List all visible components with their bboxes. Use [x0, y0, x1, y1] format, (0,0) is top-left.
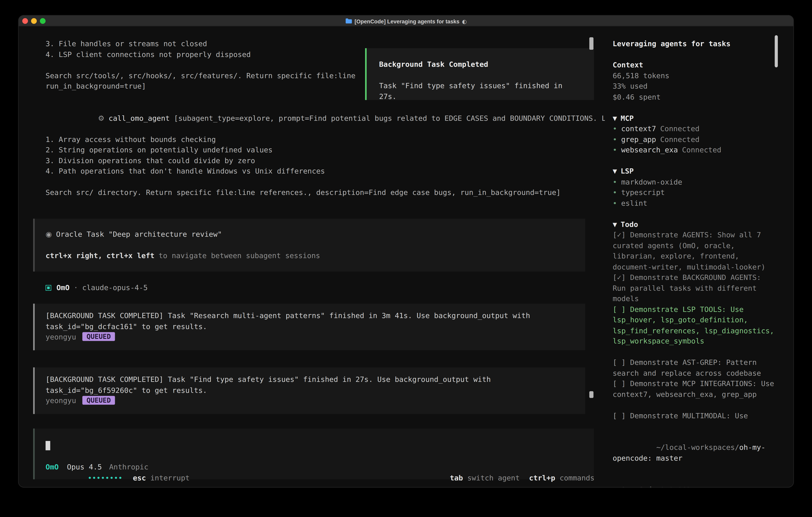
lsp-heading: LSP: [620, 167, 634, 175]
lsp-item: •markdown-oxide: [613, 176, 775, 187]
busy-indicator-icon: ◐: [462, 18, 467, 24]
terminal-window: [OpenCode] Leveraging agents for tasks ◐…: [19, 16, 793, 487]
tab-action-label: switch agent: [463, 473, 520, 482]
terminal-line: 2. String operations on potentially unde…: [19, 144, 605, 155]
bullet-icon: •: [613, 178, 617, 186]
lsp-item: •typescript: [613, 187, 775, 198]
message-author: yeongyu: [46, 333, 76, 341]
notification-title: Background Task Completed: [379, 59, 581, 70]
mcp-item: •grep_appConnected: [613, 134, 775, 144]
tool-args: [subagent_type=explore, prompt=Find pote…: [174, 114, 605, 122]
lsp-name: markdown-oxide: [621, 178, 682, 186]
workspace-path: ~/local-workspaces/oh-my-opencode: maste…: [613, 431, 775, 474]
mcp-name: websearch_exa: [621, 145, 678, 154]
queued-badge: QUEUED: [82, 396, 115, 405]
todo-item: [✓] Demonstrate AGENTS: Show all 7 curat…: [613, 229, 775, 272]
gear-icon: ⚙: [98, 114, 105, 122]
terminal-line: 3. Division operations that could divide…: [19, 155, 605, 166]
context-tokens: 66,518 tokens: [613, 70, 775, 81]
oracle-task-label: Oracle Task "Deep architecture review": [56, 230, 222, 238]
text-cursor: [46, 441, 50, 451]
tab-key-hint: tab: [450, 473, 463, 482]
status-bar: ••••••••esc interrupt tab switch agentct…: [19, 462, 605, 472]
scrollbar-thumb[interactable]: [589, 391, 593, 398]
agent-header: OmO·claude-opus-4-5: [19, 282, 605, 293]
app-name: OpenCode: [621, 486, 656, 487]
version-info: •OpenCode1.0.163: [613, 484, 775, 487]
window-title-text: [OpenCode] Leveraging agents for tasks: [355, 18, 460, 24]
oracle-task-title: ◉Oracle Task "Deep architecture review": [46, 229, 585, 239]
commands-key-hint: ctrl+p: [529, 473, 555, 482]
background-task-notification[interactable]: Background Task Completed Task "Find typ…: [365, 48, 594, 100]
esc-key-hint: esc: [133, 473, 146, 482]
lsp-name: eslint: [621, 199, 647, 207]
mcp-name: context7: [621, 124, 656, 133]
chevron-down-icon: ▼: [613, 167, 617, 175]
context-spent: $0.46 spent: [613, 91, 775, 102]
agent-name: OmO: [57, 283, 70, 291]
todo-list: [✓] Demonstrate AGENTS: Show all 7 curat…: [613, 229, 775, 420]
todo-item: [ ] Demonstrate MCP INTEGRATIONS: Use co…: [613, 378, 775, 400]
bullet-icon: •: [613, 145, 617, 154]
bullet-icon: •: [613, 124, 617, 133]
notification-body: Task "Find type safety issues" finished …: [379, 80, 581, 102]
mcp-name: grep_app: [621, 135, 656, 143]
lsp-item: •eslint: [613, 198, 775, 208]
lsp-name: typescript: [621, 188, 665, 196]
terminal-line: 1. Array access without bounds checking: [19, 134, 605, 144]
context-heading: Context: [613, 60, 775, 70]
message-card: [BACKGROUND TASK COMPLETED] Task "Resear…: [33, 304, 585, 350]
mcp-section-header[interactable]: ▼MCP: [613, 113, 775, 124]
terminal-line: 3. File handles or streams not closed: [19, 38, 605, 49]
todo-item: [ ] Demonstrate LSP TOOLS: Use lsp_hover…: [613, 304, 775, 347]
separator: ·: [74, 283, 78, 291]
folder-icon: [345, 18, 352, 24]
message-text: [BACKGROUND TASK COMPLETED] Task "Find t…: [46, 374, 572, 395]
model-name: claude-opus-4-5: [82, 283, 148, 291]
message-text: [BACKGROUND TASK COMPLETED] Task "Resear…: [46, 310, 572, 332]
agent-icon: [46, 285, 51, 291]
todo-heading: Todo: [620, 220, 638, 228]
mcp-status: Connected: [682, 145, 721, 154]
app-version: 1.0.163: [660, 486, 691, 487]
workspace-dir: ~/local-workspaces/: [656, 443, 739, 451]
todo-section-header[interactable]: ▼Todo: [613, 219, 775, 229]
context-used: 33% used: [613, 81, 775, 91]
mcp-item: •websearch_exaConnected: [613, 144, 775, 155]
oracle-task-panel: ◉Oracle Task "Deep architecture review" …: [33, 218, 585, 271]
desktop: [OpenCode] Leveraging agents for tasks ◐…: [0, 0, 812, 517]
todo-item: [ ] Demonstrate MULTIMODAL: Use: [613, 410, 775, 420]
spinner-dots-icon: ••••••••: [88, 473, 122, 482]
bullet-icon: •: [613, 188, 617, 196]
session-title: Leveraging agents for tasks: [613, 38, 775, 49]
scrollbar-thumb[interactable]: [589, 37, 593, 50]
mcp-status: Connected: [660, 135, 699, 143]
window-title: [OpenCode] Leveraging agents for tasks ◐: [19, 16, 793, 26]
oracle-icon: ◉: [46, 230, 52, 238]
tool-call-line: ⚙call_omo_agent[subagent_type=explore, p…: [19, 102, 605, 134]
lsp-section-header[interactable]: ▼LSP: [613, 166, 775, 176]
tool-name: call_omo_agent: [109, 114, 170, 122]
hint-text: to navigate between subagent sessions: [158, 251, 320, 259]
queued-badge: QUEUED: [82, 332, 115, 341]
titlebar[interactable]: [OpenCode] Leveraging agents for tasks ◐: [19, 16, 793, 26]
commands-action-label: commands: [555, 473, 594, 482]
sidebar: Leveraging agents for tasks Context 66,5…: [605, 26, 793, 487]
message-author: yeongyu: [46, 397, 76, 405]
keyboard-hint: ctrl+x right,ctrl+x leftto navigate betw…: [46, 250, 585, 261]
mcp-heading: MCP: [620, 114, 634, 122]
conversation-pane: 3. File handles or streams not closed 4.…: [19, 26, 605, 487]
bullet-icon: •: [613, 486, 617, 487]
hint-key: ctrl+x left: [107, 251, 154, 259]
hint-key: ctrl+x right,: [46, 251, 102, 259]
terminal-line: Search src/ directory. Return specific f…: [19, 187, 605, 198]
mcp-status: Connected: [660, 124, 699, 133]
scrollbar-thumb[interactable]: [775, 35, 778, 67]
mcp-item: •context7Connected: [613, 124, 775, 134]
window-content: 3. File handles or streams not closed 4.…: [19, 26, 793, 487]
todo-item: [✓] Demonstrate BACKGROUND AGENTS: Run p…: [613, 272, 775, 304]
bullet-icon: •: [613, 135, 617, 143]
chevron-down-icon: ▼: [613, 114, 617, 122]
bullet-icon: •: [613, 199, 617, 207]
todo-item: [ ] Demonstrate AST-GREP: Pattern search…: [613, 357, 775, 378]
